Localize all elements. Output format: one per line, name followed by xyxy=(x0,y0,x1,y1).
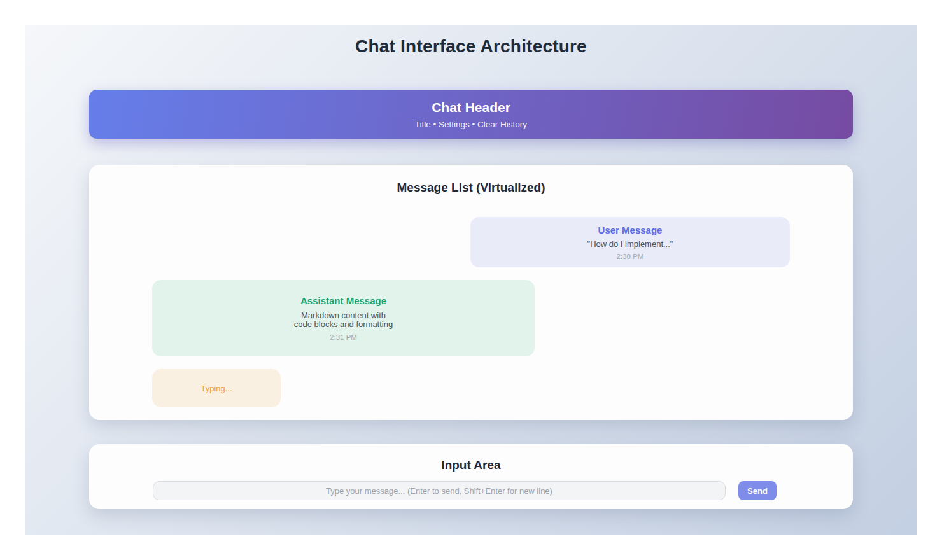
user-message-timestamp: 2:30 PM xyxy=(617,253,644,260)
message-list-panel: Message List (Virtualized) User Message … xyxy=(89,165,853,420)
assistant-message-text-line2: code blocks and formatting xyxy=(294,319,393,329)
typing-indicator-label: Typing... xyxy=(200,384,232,393)
assistant-message-timestamp: 2:31 PM xyxy=(330,333,357,341)
send-button[interactable]: Send xyxy=(738,481,777,500)
message-list: User Message "How do I implement..." 2:3… xyxy=(152,217,790,407)
user-message-text: "How do I implement..." xyxy=(587,239,673,249)
chat-header-subtitle: Title • Settings • Clear History xyxy=(415,120,527,129)
page-title: Chat Interface Architecture xyxy=(89,25,853,57)
input-area-panel: Input Area Send xyxy=(89,444,853,509)
input-row: Send xyxy=(153,481,777,500)
assistant-message-bubble: Assistant Message Markdown content with … xyxy=(152,280,535,356)
message-list-title: Message List (Virtualized) xyxy=(152,181,790,195)
typing-indicator-bubble: Typing... xyxy=(152,369,281,407)
user-message-label: User Message xyxy=(598,225,663,235)
assistant-message-label: Assistant Message xyxy=(300,295,386,306)
chat-header-title: Chat Header xyxy=(432,100,510,115)
message-input[interactable] xyxy=(153,481,726,500)
content-column: Chat Interface Architecture Chat Header … xyxy=(89,25,853,509)
input-area-title: Input Area xyxy=(89,458,853,472)
chat-header-box: Chat Header Title • Settings • Clear His… xyxy=(89,90,853,139)
page-background: Chat Interface Architecture Chat Header … xyxy=(25,25,917,535)
assistant-message-text-line1: Markdown content with xyxy=(294,311,393,320)
user-message-bubble: User Message "How do I implement..." 2:3… xyxy=(470,217,790,267)
